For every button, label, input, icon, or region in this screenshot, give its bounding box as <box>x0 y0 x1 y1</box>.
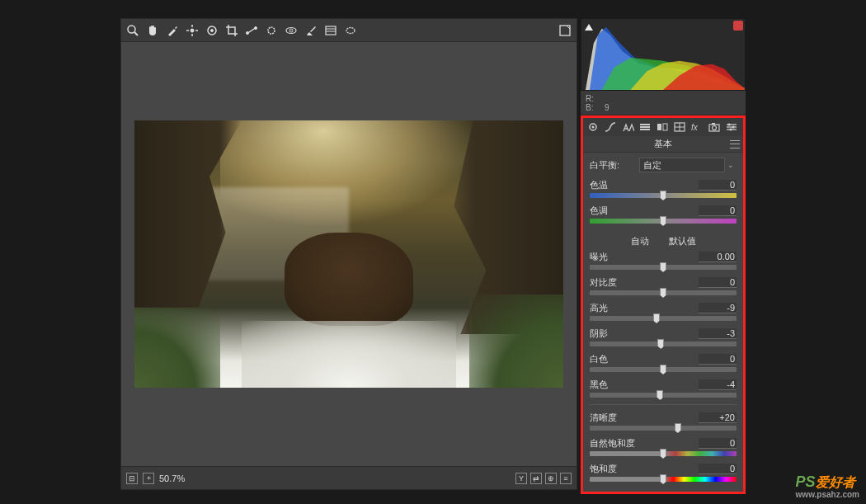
exposure-value[interactable]: 0.00 <box>699 252 737 262</box>
contrast-label: 对比度 <box>590 276 699 289</box>
clarity-value[interactable]: +20 <box>699 412 737 423</box>
image-preview <box>134 120 563 388</box>
vibrance-slider[interactable] <box>590 451 737 456</box>
hand-tool-icon[interactable] <box>146 24 159 37</box>
contrast-value[interactable]: 0 <box>699 277 737 288</box>
curve-tab-icon[interactable] <box>604 121 617 133</box>
svg-point-12 <box>268 27 275 34</box>
whites-slider[interactable] <box>590 367 737 372</box>
copy-settings-icon[interactable]: ⊕ <box>545 473 557 484</box>
menu-icon[interactable]: ≡ <box>560 473 572 484</box>
svg-rect-25 <box>640 124 650 125</box>
svg-rect-27 <box>640 129 650 130</box>
highlight-clip-icon[interactable] <box>733 21 743 31</box>
blacks-slider[interactable] <box>590 393 737 398</box>
vibrance-label: 自然饱和度 <box>590 437 699 450</box>
basic-panel: fx 基本 白平衡: 自定 ⌄ 色温0 <box>583 118 743 492</box>
detail-tab-icon[interactable] <box>621 121 634 133</box>
rgb-readout: R: B: 9 <box>581 91 746 115</box>
svg-point-2 <box>191 29 194 32</box>
panel-menu-icon[interactable] <box>730 140 740 148</box>
temp-slider[interactable] <box>590 193 737 198</box>
camera-tab-icon[interactable] <box>708 121 721 133</box>
wb-select[interactable]: 自定 <box>639 158 725 172</box>
shadow-clip-icon[interactable] <box>583 21 595 32</box>
contrast-slider[interactable] <box>590 290 737 295</box>
saturation-slider[interactable] <box>590 477 737 482</box>
auto-button[interactable]: 自动 <box>631 235 649 247</box>
tint-slider[interactable] <box>590 219 737 224</box>
color-sampler-icon[interactable] <box>186 24 199 37</box>
clarity-slider[interactable] <box>590 426 737 431</box>
highlights-value[interactable]: -9 <box>699 303 737 313</box>
graduated-filter-icon[interactable] <box>324 24 337 37</box>
tint-label: 色调 <box>590 205 699 217</box>
svg-point-40 <box>728 124 731 126</box>
adjustment-brush-icon[interactable] <box>304 24 318 37</box>
whites-label: 白色 <box>590 353 699 365</box>
presets-tab-icon[interactable] <box>725 121 738 133</box>
exposure-label: 曝光 <box>590 251 699 263</box>
crop-tool-icon[interactable] <box>225 24 238 37</box>
split-tone-tab-icon[interactable] <box>656 121 669 133</box>
temp-label: 色温 <box>590 179 699 191</box>
grid-toggle-icon[interactable]: ⊟ <box>126 473 138 484</box>
exposure-slider[interactable] <box>590 265 737 270</box>
svg-point-0 <box>128 26 135 33</box>
svg-point-20 <box>346 27 355 33</box>
white-balance-tool-icon[interactable] <box>166 24 179 37</box>
svg-rect-17 <box>326 26 336 35</box>
spot-removal-icon[interactable] <box>265 24 278 37</box>
blacks-value[interactable]: -4 <box>699 379 737 390</box>
svg-rect-36 <box>712 123 715 125</box>
saturation-label: 饱和度 <box>590 463 699 475</box>
svg-rect-26 <box>640 126 650 128</box>
fx-tab-icon[interactable]: fx <box>690 121 704 133</box>
panel-tabs: fx <box>583 118 743 136</box>
target-adjust-icon[interactable] <box>205 24 219 37</box>
b-value: 9 <box>605 103 609 112</box>
zoom-level[interactable]: 50.7% <box>159 473 185 483</box>
histogram[interactable] <box>581 18 746 91</box>
blacks-label: 黑色 <box>590 379 699 391</box>
before-after-icon[interactable]: Y <box>515 473 527 484</box>
clarity-label: 清晰度 <box>590 412 699 424</box>
highlights-slider[interactable] <box>590 316 737 321</box>
bottom-bar: ⊟ ＋ 50.7% Y ⇄ ⊕ ≡ <box>121 466 577 489</box>
svg-point-41 <box>732 126 735 129</box>
svg-point-11 <box>255 26 257 29</box>
default-button[interactable]: 默认值 <box>669 235 696 247</box>
swap-icon[interactable]: ⇄ <box>530 473 542 484</box>
basic-tab-icon[interactable] <box>586 121 600 133</box>
vibrance-value[interactable]: 0 <box>699 438 737 449</box>
chevron-down-icon[interactable]: ⌄ <box>725 161 737 169</box>
svg-rect-29 <box>663 124 667 130</box>
r-label: R: <box>586 94 594 103</box>
image-canvas[interactable] <box>121 42 577 466</box>
svg-point-24 <box>592 126 595 129</box>
saturation-value[interactable]: 0 <box>699 464 737 474</box>
straighten-tool-icon[interactable] <box>245 24 258 37</box>
wb-label: 白平衡: <box>590 159 639 172</box>
lens-tab-icon[interactable] <box>673 121 686 133</box>
expand-icon[interactable]: ＋ <box>143 473 154 484</box>
svg-point-42 <box>730 129 732 131</box>
temp-value[interactable]: 0 <box>699 180 737 191</box>
right-column: R: B: 9 fx 基本 白平 <box>581 18 746 494</box>
radial-filter-icon[interactable] <box>344 24 357 37</box>
preferences-icon[interactable] <box>558 24 572 37</box>
panel-title: 基本 <box>583 136 743 153</box>
shadows-slider[interactable] <box>590 341 737 346</box>
highlights-label: 高光 <box>590 302 699 314</box>
svg-point-35 <box>713 126 717 130</box>
shadows-value[interactable]: -3 <box>699 328 737 339</box>
svg-point-10 <box>247 31 249 34</box>
redeye-tool-icon[interactable] <box>285 24 298 37</box>
zoom-tool-icon[interactable] <box>126 24 139 37</box>
top-toolbar <box>121 19 577 42</box>
tint-value[interactable]: 0 <box>699 205 737 216</box>
b-label: B: <box>586 103 593 112</box>
whites-value[interactable]: 0 <box>699 354 737 365</box>
svg-line-1 <box>134 32 138 35</box>
hsl-tab-icon[interactable] <box>638 121 652 133</box>
